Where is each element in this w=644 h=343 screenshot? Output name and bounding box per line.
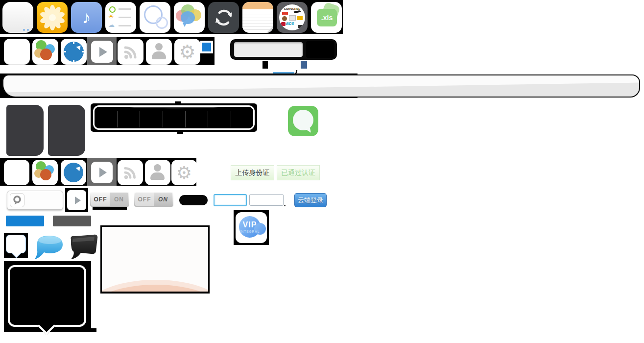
flower-glyph <box>39 4 66 31</box>
toggle-off-segment[interactable]: OFF <box>135 193 154 206</box>
xls-file-icon[interactable]: .xls <box>311 2 342 33</box>
rss-icon[interactable] <box>118 160 143 185</box>
blue-rect-button[interactable] <box>6 216 44 226</box>
gray-brand-block <box>289 15 296 21</box>
person-icon[interactable] <box>145 160 170 185</box>
red-brand-block2 <box>281 22 286 26</box>
tick <box>73 42 74 44</box>
dark-phone-card <box>48 105 85 156</box>
bubble-tail <box>183 23 187 27</box>
search-bar-field[interactable] <box>234 42 303 57</box>
blue-glow-input[interactable] <box>214 194 247 206</box>
person-icon[interactable] <box>146 39 172 65</box>
gear-glyph: ⚙ <box>179 41 195 63</box>
dark-phone-card <box>6 105 44 156</box>
search-input[interactable] <box>7 191 63 210</box>
color-dots-icon[interactable] <box>32 39 58 65</box>
gray-rect-button[interactable] <box>53 216 91 226</box>
bubble-corner-stub <box>91 328 96 332</box>
tick <box>64 51 66 52</box>
refresh-sync-icon[interactable] <box>208 2 239 33</box>
rss-glyph <box>121 42 141 62</box>
small-blue-square[interactable] <box>202 43 211 51</box>
search-bar[interactable] <box>230 39 337 60</box>
search-bar-button[interactable] <box>306 41 334 58</box>
segment-divider <box>163 111 163 127</box>
play-icon[interactable] <box>89 39 115 65</box>
music-note-icon[interactable]: ♪ <box>71 2 102 33</box>
blue-disc <box>64 42 84 62</box>
dot <box>27 29 29 31</box>
message-bubble <box>293 110 313 130</box>
color-dots-icon[interactable] <box>32 160 58 185</box>
toggle-on-active[interactable]: OFF ON <box>134 192 173 207</box>
red-brand-block <box>282 12 288 15</box>
person-body <box>150 172 165 180</box>
person-head <box>155 43 163 50</box>
blank-app-icon-small[interactable] <box>4 160 29 185</box>
toggle-on-segment[interactable]: ON <box>154 193 172 206</box>
upload-id-label: 上传身份证 <box>236 169 270 177</box>
nike-swoosh <box>294 10 301 14</box>
peach-panel <box>102 227 208 292</box>
xls-label: .xls <box>321 14 333 22</box>
verified-badge: 已通过认证 <box>277 165 320 180</box>
play-tile <box>91 41 113 63</box>
cloud-bullet: ☁ <box>108 21 115 28</box>
segment-divider <box>140 111 140 127</box>
wide-gloss-bar <box>2 74 640 98</box>
play-tile <box>91 162 113 183</box>
vip-subtitle: INTEGRAL <box>236 230 264 233</box>
blank-app-icon[interactable] <box>2 2 33 33</box>
gray-input[interactable] <box>249 194 284 206</box>
refresh-arrows-glyph <box>209 2 239 33</box>
message-bubble-tail <box>305 128 311 134</box>
play-icon[interactable] <box>89 160 115 185</box>
yellow-brand-block <box>297 16 303 20</box>
verified-label: 已通过认证 <box>281 169 315 177</box>
segment-divider <box>117 111 118 127</box>
notes-icon[interactable] <box>242 2 273 33</box>
music-note-glyph: ♪ <box>82 7 91 28</box>
tick <box>82 51 84 52</box>
play-triangle <box>99 168 107 177</box>
blank-app-icon-small[interactable] <box>4 39 30 65</box>
person-head <box>154 164 161 172</box>
person-body <box>152 51 166 59</box>
blue-circles-icon[interactable] <box>140 2 170 33</box>
brand-ace-label: ace <box>286 21 294 26</box>
list-line <box>119 17 131 18</box>
toggle-off-label: OFF <box>94 196 107 203</box>
gear-icon[interactable]: ⚙ <box>171 160 197 185</box>
segmented-bar-tab-bottom <box>177 131 183 134</box>
toggle-shadow <box>93 207 127 210</box>
blue-clock-icon[interactable] <box>61 160 86 185</box>
segment-divider <box>231 111 231 127</box>
segmented-bar-tab-top <box>175 101 181 104</box>
flower-photos-icon[interactable] <box>37 2 68 33</box>
reminders-list-icon[interactable]: ☀ ☁ <box>105 2 136 33</box>
rss-icon[interactable] <box>118 39 143 65</box>
small-blue-square-tile <box>200 41 213 53</box>
upload-id-button[interactable]: 上传身份证 <box>231 165 274 180</box>
green-message-icon[interactable] <box>288 106 318 136</box>
search-magnifier-icon <box>10 193 24 207</box>
toggle-off-segment[interactable]: OFF <box>91 193 110 206</box>
toggle-off-on[interactable]: OFF ON <box>90 192 129 207</box>
steel-blue-swatch <box>301 61 307 69</box>
play-button[interactable] <box>67 190 86 210</box>
blue-disc <box>64 163 83 182</box>
sun-bullet: ☀ <box>108 13 114 20</box>
brands-collage-icon[interactable]: CONVERSE ace <box>277 2 308 33</box>
blue-speech-bubble <box>31 234 66 261</box>
blue-clock-icon[interactable] <box>61 39 87 65</box>
chat-collage-icon[interactable] <box>174 2 205 33</box>
peach-panel-backing <box>100 225 210 294</box>
sprite-sheet-canvas: ♪ ☀ ☁ CONVERS <box>0 0 644 343</box>
toggle-on-segment[interactable]: ON <box>110 193 128 206</box>
black-swatch <box>262 61 268 69</box>
toggle-off-label: OFF <box>138 196 151 203</box>
cloud-login-button[interactable]: 云端登录 <box>294 193 327 207</box>
segmented-black-bar <box>93 105 255 130</box>
gear-icon[interactable]: ⚙ <box>174 39 200 65</box>
